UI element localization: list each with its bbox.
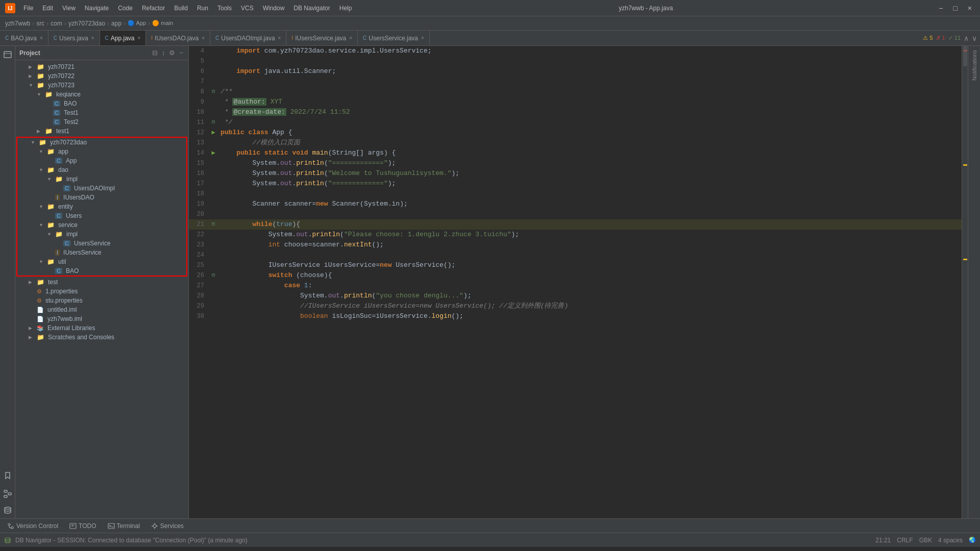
menu-edit[interactable]: Edit bbox=[38, 4, 57, 13]
menu-run[interactable]: Run bbox=[193, 4, 212, 13]
app-logo: IJ bbox=[5, 3, 15, 13]
scroll-thumb[interactable] bbox=[963, 46, 967, 66]
status-indent[interactable]: 4 spaces bbox=[938, 537, 963, 544]
svg-point-13 bbox=[153, 524, 156, 528]
tab-close-iusersservice[interactable]: × bbox=[349, 35, 352, 41]
close-button[interactable]: × bbox=[965, 3, 975, 13]
tab-close-iusersdao[interactable]: × bbox=[202, 35, 205, 41]
tree-item-iusersservice[interactable]: I IUsersService bbox=[17, 248, 186, 257]
tree-item-yzh70723dao[interactable]: ▼ 📁 yzh70723dao bbox=[17, 138, 186, 147]
menu-vcs[interactable]: VCS bbox=[237, 4, 258, 13]
breadcrumb-dao[interactable]: yzh70723dao bbox=[68, 20, 105, 27]
line-content: import java.util.Scanner; bbox=[218, 66, 980, 77]
tab-label: Terminal bbox=[117, 522, 140, 530]
breadcrumb-project[interactable]: yzh7wwb bbox=[5, 20, 30, 27]
tree-item-impl-folder-dao[interactable]: ▼ 📁 impl bbox=[17, 174, 186, 184]
menu-db-navigator[interactable]: DB Navigator bbox=[289, 4, 334, 13]
tab-close-bao[interactable]: × bbox=[40, 35, 43, 41]
scroll-down-icon[interactable]: ∨ bbox=[972, 34, 977, 42]
tab-close-usersservice[interactable]: × bbox=[421, 35, 424, 41]
tree-item-users-class[interactable]: C Users bbox=[17, 211, 186, 220]
tree-item-yzh70721[interactable]: ▶ 📁 yzh70721 bbox=[15, 62, 188, 71]
maximize-button[interactable]: □ bbox=[950, 3, 960, 13]
tree-item-stu-properties[interactable]: ⚙ stu.properties bbox=[15, 296, 188, 305]
close-panel-icon[interactable]: − bbox=[178, 48, 184, 58]
gear-icon[interactable]: ⚙ bbox=[168, 48, 176, 58]
menu-refactor[interactable]: Refactor bbox=[138, 4, 169, 13]
tree-item-util-folder[interactable]: ▼ 📁 util bbox=[17, 257, 186, 266]
bookmarks-icon[interactable] bbox=[2, 469, 14, 484]
tree-item-service-folder[interactable]: ▼ 📁 service bbox=[17, 220, 186, 230]
menu-file[interactable]: File bbox=[19, 4, 37, 13]
sort-icon[interactable]: ↕ bbox=[161, 48, 166, 58]
tree-item-external-libraries[interactable]: ▶ 📚 External Libraries bbox=[15, 323, 188, 333]
status-line-ending[interactable]: CRLF bbox=[897, 537, 913, 544]
collapse-all-icon[interactable]: ⊟ bbox=[151, 48, 159, 58]
tab-usersdaoimpl-java[interactable]: C UsersDAOImpl.java × bbox=[210, 31, 286, 45]
item-label: stu.properties bbox=[45, 297, 83, 304]
tab-todo[interactable]: TODO bbox=[64, 521, 101, 531]
menu-tools[interactable]: Tools bbox=[213, 4, 236, 13]
tree-item-test1-class[interactable]: C Test1 bbox=[15, 108, 188, 117]
tab-terminal[interactable]: Terminal bbox=[103, 521, 145, 531]
tree-item-usersdaoimpl[interactable]: C UsersDAOImpl bbox=[17, 184, 186, 193]
project-icon[interactable] bbox=[2, 48, 14, 63]
tab-services[interactable]: Services bbox=[146, 521, 189, 531]
file-icon: 📄 bbox=[37, 316, 44, 322]
breadcrumb-main-method[interactable]: 🟠 main bbox=[152, 20, 173, 27]
structure-icon[interactable] bbox=[2, 488, 14, 502]
run-arrow-icon[interactable]: ▶ bbox=[211, 128, 215, 138]
notifications-label[interactable]: Notifications bbox=[971, 50, 977, 81]
tree-item-impl-folder-service[interactable]: ▼ 📁 impl bbox=[17, 230, 186, 239]
status-charset[interactable]: GBK bbox=[919, 537, 932, 544]
breadcrumb-src[interactable]: src bbox=[36, 20, 44, 27]
breadcrumb-com[interactable]: com bbox=[51, 20, 62, 27]
tree-item-dao-folder[interactable]: ▼ 📁 dao bbox=[17, 165, 186, 174]
tab-bao-java[interactable]: C BAO.java × bbox=[0, 31, 48, 45]
code-editor[interactable]: .code-line { min-height: 20px; } 4 impor… bbox=[189, 46, 980, 518]
tab-version-control[interactable]: Version Control bbox=[2, 521, 63, 531]
menu-code[interactable]: Code bbox=[114, 4, 137, 13]
tab-users-java[interactable]: C Users.java × bbox=[48, 31, 100, 45]
tab-label: UsersService.java bbox=[369, 35, 418, 42]
tree-item-yzh70722[interactable]: ▶ 📁 yzh70722 bbox=[15, 71, 188, 81]
run-arrow-icon[interactable]: ▶ bbox=[211, 148, 215, 158]
tree-item-bao-util[interactable]: C BAO bbox=[17, 266, 186, 276]
scroll-up-icon[interactable]: ∧ bbox=[964, 34, 969, 42]
tab-usersservice-java[interactable]: C UsersService.java × bbox=[358, 31, 430, 45]
tree-item-test1-folder[interactable]: ▶ 📁 test1 bbox=[15, 127, 188, 136]
tree-item-test2-class[interactable]: C Test2 bbox=[15, 117, 188, 127]
minimize-button[interactable]: − bbox=[936, 3, 946, 13]
tree-item-entity-folder[interactable]: ▼ 📁 entity bbox=[17, 202, 186, 211]
status-bar-right: 21:21 CRLF GBK 4 spaces 🌏 bbox=[875, 537, 976, 544]
tree-item-keqiance[interactable]: ▼ 📁 keqiance bbox=[15, 90, 188, 99]
db-browser-icon[interactable] bbox=[2, 504, 14, 518]
tree-item-yzh7wwb-iml[interactable]: 📄 yzh7wwb.iml bbox=[15, 314, 188, 323]
tree-item-test-folder[interactable]: ▶ 📁 test bbox=[15, 278, 188, 287]
tree-item-scratches[interactable]: ▶ 📁 Scratches and Consoles bbox=[15, 333, 188, 342]
tab-close-app[interactable]: × bbox=[137, 35, 140, 41]
menu-view[interactable]: View bbox=[58, 4, 80, 13]
tab-close-users[interactable]: × bbox=[91, 35, 94, 41]
tree-item-untitled-iml[interactable]: 📄 untitled.iml bbox=[15, 305, 188, 314]
editor-scrollbar[interactable] bbox=[962, 46, 968, 518]
tab-iusersdao-java[interactable]: I IUsersDAO.java × bbox=[146, 31, 210, 45]
tree-item-yzh70723[interactable]: ▼ 📁 yzh70723 bbox=[15, 81, 188, 90]
tab-iusersservice-java[interactable]: I IUsersService.java × bbox=[286, 31, 358, 45]
tab-close-usersdaoimpl[interactable]: × bbox=[278, 35, 281, 41]
line-number: 19 bbox=[189, 199, 208, 209]
tree-item-app-class[interactable]: C App bbox=[17, 156, 186, 165]
tab-app-java[interactable]: C App.java × bbox=[100, 31, 146, 45]
menu-build[interactable]: Build bbox=[170, 4, 192, 13]
tree-item-app-folder[interactable]: ▼ 📁 app bbox=[17, 147, 186, 156]
tree-item-bao-keqiance[interactable]: C BAO bbox=[15, 99, 188, 108]
breadcrumb-app-class[interactable]: 🔵 App bbox=[128, 20, 146, 27]
menu-window[interactable]: Window bbox=[259, 4, 289, 13]
tree-item-1-properties[interactable]: ⚙ 1.properties bbox=[15, 287, 188, 296]
tree-item-usersservice[interactable]: C UsersService bbox=[17, 239, 186, 248]
breadcrumb-app-pkg[interactable]: app bbox=[111, 20, 121, 27]
status-bar: DB Navigator - SESSION: Connected to dat… bbox=[0, 533, 980, 547]
menu-help[interactable]: Help bbox=[335, 4, 356, 13]
tree-item-iusersdao[interactable]: I IUsersDAO bbox=[17, 193, 186, 202]
menu-navigate[interactable]: Navigate bbox=[81, 4, 113, 13]
